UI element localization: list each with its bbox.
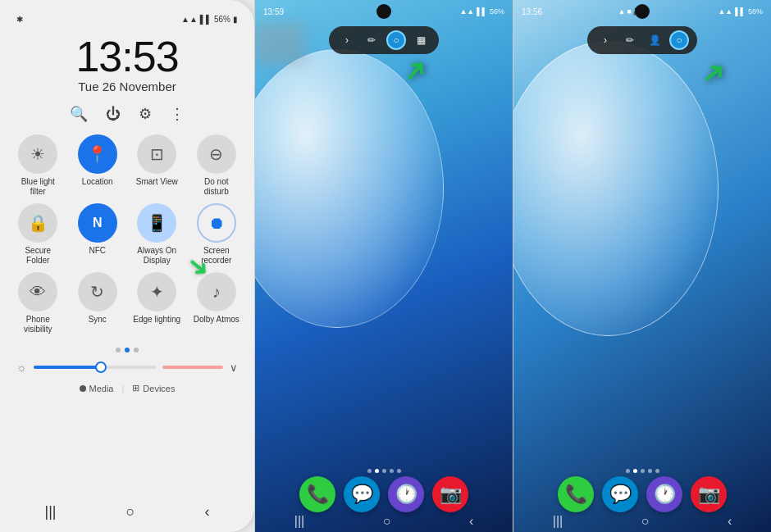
brightness-fill <box>34 366 101 369</box>
media-devices-row: Media | ⊞ Devices <box>10 380 244 396</box>
media-label: Media <box>89 384 114 393</box>
pdot-2 <box>375 469 379 473</box>
phone-recent-after[interactable]: ||| <box>553 514 563 529</box>
apdot-4 <box>648 469 652 473</box>
qs-dnd[interactable]: ⊖ Do not disturb <box>189 134 245 197</box>
dock-clock-after[interactable]: 🕐 <box>646 476 682 512</box>
toolbar-prev-after[interactable]: › <box>595 30 615 50</box>
status-icons-after: ▲▲▌▌56% <box>718 7 763 16</box>
phone-nav-before: ||| ○ ‹ <box>255 514 513 529</box>
brightness-track[interactable] <box>34 366 156 369</box>
qs-smart-view-label: Smart View <box>136 177 178 187</box>
more-icon[interactable]: ⋮ <box>170 105 185 123</box>
phone-home-before[interactable]: ○ <box>383 514 391 529</box>
navigation-bar: ||| ○ ‹ <box>10 495 244 524</box>
brightness-low-icon: ☼ <box>16 361 27 374</box>
dock-camera-before[interactable]: 📷 <box>432 476 468 512</box>
dock-camera-after[interactable]: 📷 <box>691 476 727 512</box>
phone-time-before: 13:59 <box>263 7 284 16</box>
home-button[interactable]: ○ <box>126 503 135 521</box>
bottom-dock-after: 📞 💬 🕐 📷 <box>513 476 771 512</box>
search-icon[interactable]: 🔍 <box>70 105 88 123</box>
media-radio-icon <box>80 385 86 392</box>
qs-screen-recorder[interactable]: ⏺ Screen recorder <box>189 203 245 266</box>
qs-phone-visibility[interactable]: 👁 Phone visibility <box>10 272 66 334</box>
qs-phone-visibility-label: Phone visibility <box>13 315 62 334</box>
phone-status-bar-after: 13:56 ▲■🎥 ▲▲▌▌56% <box>513 0 771 23</box>
brightness-right-track <box>162 366 223 369</box>
toolbar-circle-before[interactable]: ○ <box>386 30 406 50</box>
toolbar-person-after[interactable]: 👤 <box>645 30 664 50</box>
status-icons-before: ▲▲▌▌56% <box>459 7 504 16</box>
phone-status-bar-before: 13:59 ▲▲▌▌56% <box>255 0 513 23</box>
dock-messages-after[interactable]: 💬 <box>602 476 638 512</box>
power-icon[interactable]: ⏻ <box>106 106 121 123</box>
media-button[interactable]: Media <box>73 381 121 396</box>
qs-sync-label: Sync <box>89 315 107 325</box>
pdot-4 <box>390 469 394 473</box>
phone-home-after[interactable]: ○ <box>641 514 650 529</box>
qs-blue-light-icon: ☀ <box>18 134 57 174</box>
qs-blue-light-label: Blue light filter <box>13 177 62 197</box>
recent-apps-button[interactable]: ||| <box>45 503 57 521</box>
pdot-1 <box>367 469 372 473</box>
qs-always-on[interactable]: 📱 Always On Display ➜ <box>129 203 185 266</box>
brightness-expand-icon[interactable]: ∨ <box>230 361 238 374</box>
phone-recent-before[interactable]: ||| <box>294 514 304 529</box>
toolbar-grid-before[interactable]: ▦ <box>411 30 431 50</box>
qs-location[interactable]: 📍 Location <box>70 134 126 197</box>
apdot-5 <box>655 469 659 473</box>
dock-phone-before[interactable]: 📞 <box>299 476 335 512</box>
page-dot-2 <box>125 348 130 352</box>
qs-secure-folder-icon: 🔒 <box>18 203 57 243</box>
page-dots-before <box>255 469 513 473</box>
qs-nfc-icon: N <box>78 203 117 243</box>
toolbar-edit-after[interactable]: ✏ <box>620 30 640 50</box>
phone-screen-before: 13:59 ▲▲▌▌56% › ✏ ○ ▦ ➜ 📞 💬 🕐 <box>254 0 513 532</box>
qs-dolby-label: Dolby Atmos <box>194 315 240 325</box>
qs-secure-folder[interactable]: 🔒 Secure Folder <box>10 203 66 266</box>
phone-screen-after: 13:56 ▲■🎥 ▲▲▌▌56% › ✏ 👤 ○ ➜ <box>513 0 771 532</box>
phone-back-after[interactable]: ‹ <box>728 514 732 529</box>
apdot-2 <box>633 469 637 473</box>
qs-dnd-label: Do not disturb <box>192 177 241 197</box>
dock-messages-before[interactable]: 💬 <box>344 476 380 512</box>
bottom-dock-before: 📞 💬 🕐 📷 <box>255 476 513 512</box>
toolbar-pill-before[interactable]: › ✏ ○ ▦ <box>329 26 439 54</box>
qs-nfc[interactable]: N NFC <box>70 203 126 266</box>
blur-overlay <box>255 23 304 64</box>
back-button[interactable]: ‹ <box>204 503 209 521</box>
qs-blue-light[interactable]: ☀ Blue light filter <box>10 134 66 197</box>
page-dots-after <box>513 469 771 473</box>
brightness-slider-row: ☼ ∨ <box>10 357 244 377</box>
toolbar-circle-after[interactable]: ○ <box>669 30 689 50</box>
toolbar-pill-after[interactable]: › ✏ 👤 ○ <box>587 26 697 54</box>
page-indicator <box>116 348 139 352</box>
date-display: Tue 26 November <box>78 80 176 93</box>
devices-label: Devices <box>143 384 175 393</box>
devices-button[interactable]: ⊞ Devices <box>125 380 181 396</box>
bluetooth-icon: ✱ <box>16 15 23 24</box>
toolbar-edit-before[interactable]: ✏ <box>362 30 381 50</box>
qs-smart-view[interactable]: ⊡ Smart View <box>129 134 185 197</box>
dock-clock-before[interactable]: 🕐 <box>388 476 424 512</box>
qs-screen-recorder-label: Screen recorder <box>192 246 241 266</box>
toolbar-prev-before[interactable]: › <box>337 30 357 50</box>
quick-settings-grid: ☀ Blue light filter 📍 Location ⊡ Smart V… <box>10 134 244 334</box>
qs-smart-view-icon: ⊡ <box>137 134 176 174</box>
battery-icon: ▮ <box>233 15 238 24</box>
qs-location-icon: 📍 <box>78 134 117 174</box>
qs-sync[interactable]: ↻ Sync <box>70 272 126 334</box>
apdot-3 <box>641 469 645 473</box>
devices-grid-icon: ⊞ <box>132 383 139 393</box>
qs-secure-folder-label: Secure Folder <box>13 246 62 266</box>
qs-edge-lighting[interactable]: ✦ Edge lighting <box>129 272 185 334</box>
dock-phone-after[interactable]: 📞 <box>558 476 594 512</box>
phone-back-before[interactable]: ‹ <box>469 514 473 529</box>
settings-icon[interactable]: ⚙ <box>139 105 152 123</box>
qs-dolby[interactable]: ♪ Dolby Atmos <box>189 272 245 334</box>
page-dot-3 <box>134 348 139 352</box>
qs-phone-visibility-icon: 👁 <box>18 272 57 311</box>
quick-settings-panel: ✱ ▲▲ ▌▌ 56% ▮ 13:53 Tue 26 November 🔍 ⏻ … <box>0 0 254 532</box>
brightness-thumb[interactable] <box>95 361 107 373</box>
